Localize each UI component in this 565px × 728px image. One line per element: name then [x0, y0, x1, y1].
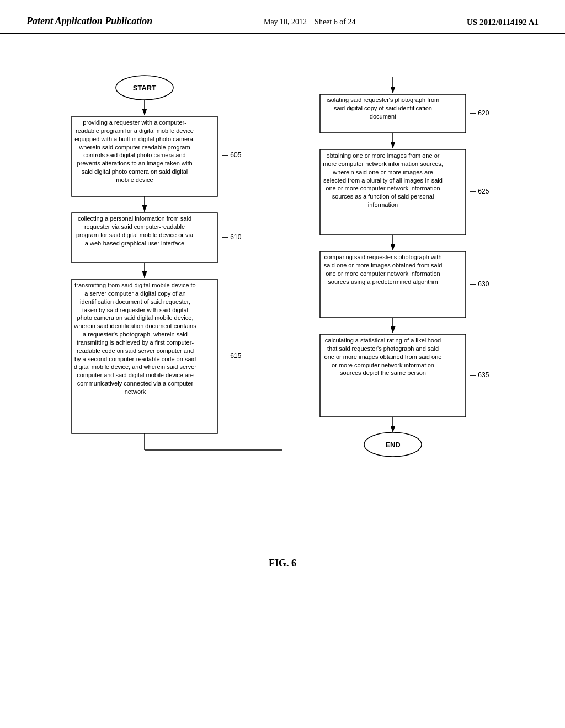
label-605: — 605	[222, 151, 242, 159]
sheet-info: Sheet 6 of 24	[315, 18, 355, 26]
label-615: — 615	[222, 352, 242, 360]
publication-title: Patent Application Publication	[26, 15, 152, 27]
flowchart-svg: START providing a requester with a compu…	[34, 67, 531, 547]
page-header: Patent Application Publication May 10, 2…	[0, 0, 565, 34]
main-content: START providing a requester with a compu…	[0, 34, 565, 586]
flowchart: START providing a requester with a compu…	[34, 67, 531, 547]
label-625: — 625	[470, 188, 489, 195]
label-630: — 630	[470, 280, 489, 288]
patent-number: US 2012/0114192 A1	[467, 18, 539, 27]
pub-date: May 10, 2012	[264, 18, 307, 26]
figure-label: FIG. 6	[26, 558, 539, 569]
header-center: May 10, 2012 Sheet 6 of 24	[264, 18, 355, 26]
label-635: — 635	[470, 371, 489, 379]
label-620: — 620	[470, 109, 489, 117]
end-label: END	[385, 441, 400, 449]
start-label: START	[133, 84, 156, 92]
label-610: — 610	[222, 233, 242, 241]
